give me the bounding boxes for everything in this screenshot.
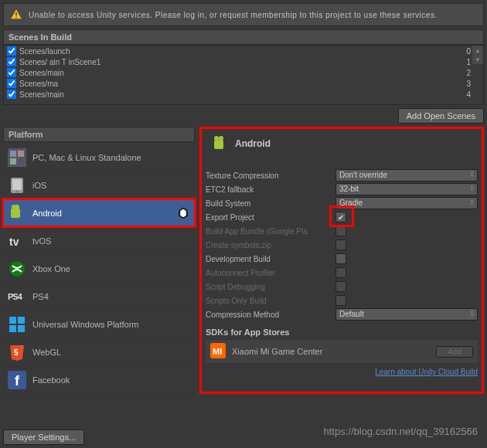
- svg-text:5: 5: [14, 348, 19, 357]
- add-open-scenes-button[interactable]: Add Open Scenes: [398, 108, 484, 124]
- svg-rect-2: [15, 17, 16, 18]
- texture-compression-dropdown[interactable]: Don't override: [335, 169, 478, 182]
- svg-rect-26: [214, 140, 223, 149]
- sdks-header: SDKs for App Stores: [206, 328, 478, 337]
- svg-rect-19: [18, 317, 25, 324]
- svg-rect-18: [9, 317, 16, 324]
- standalone-icon: [8, 148, 26, 167]
- etc2-fallback-dropdown[interactable]: 32-bit: [335, 183, 478, 195]
- scroll-up-icon[interactable]: ▲: [472, 46, 483, 55]
- build-system-dropdown[interactable]: Gradle: [335, 197, 478, 209]
- development-build-checkbox[interactable]: [335, 253, 346, 264]
- settings-title: Android: [235, 138, 271, 149]
- warning-text: Unable to access Unity services. Please …: [29, 11, 438, 19]
- platform-item-webgl[interactable]: 5 WebGL: [3, 338, 195, 366]
- development-build-label: Development Build: [206, 255, 335, 263]
- player-settings-button[interactable]: Player Settings...: [3, 429, 84, 445]
- sdk-add-button[interactable]: Add: [436, 346, 473, 358]
- facebook-icon: f: [8, 371, 26, 389]
- scene-checkbox[interactable]: [7, 90, 16, 99]
- build-system-label: Build System: [206, 199, 335, 208]
- scenes-header: Scenes In Build: [3, 29, 484, 45]
- script-debugging-label: Script Debugging: [206, 283, 335, 291]
- platform-item-ios[interactable]: iOS: [3, 171, 195, 199]
- svg-rect-21: [18, 325, 25, 332]
- etc2-fallback-label: ETC2 fallback: [206, 185, 335, 194]
- platform-label: tvOS: [32, 236, 190, 246]
- svg-rect-5: [18, 151, 24, 157]
- svg-rect-10: [11, 209, 20, 218]
- export-project-checkbox[interactable]: ✔: [335, 212, 346, 222]
- platform-item-tvos[interactable]: tv tvOS: [3, 227, 195, 255]
- scene-name: Scenes/main: [19, 69, 466, 77]
- scene-checkbox[interactable]: [7, 68, 16, 77]
- platform-label: PS4: [32, 292, 190, 301]
- svg-rect-4: [10, 151, 16, 157]
- scripts-only-label: Scripts Only Build: [206, 297, 335, 305]
- svg-point-9: [16, 191, 18, 192]
- warning-bar: Unable to access Unity services. Please …: [3, 3, 484, 26]
- platform-item-android[interactable]: Android: [3, 199, 195, 227]
- svg-point-12: [15, 205, 19, 209]
- cloud-build-link[interactable]: Learn about Unity Cloud Build: [206, 368, 478, 376]
- svg-rect-8: [12, 179, 22, 190]
- platform-header: Platform: [3, 127, 195, 142]
- autoconnect-profiler-label: Autoconnect Profiler: [206, 269, 335, 277]
- warning-icon: [10, 8, 22, 21]
- scene-checkbox[interactable]: [7, 46, 16, 56]
- scene-row[interactable]: Scenes/ma 3: [4, 78, 483, 89]
- scripts-only-checkbox: [335, 295, 346, 306]
- android-icon: [210, 134, 229, 153]
- build-app-bundle-label: Build App Bundle (Google Pla: [206, 227, 335, 236]
- autoconnect-profiler-checkbox: [335, 267, 346, 278]
- unity-icon: [176, 206, 190, 220]
- svg-point-16: [9, 261, 25, 277]
- create-symbols-label: Create symbols.zip: [206, 241, 335, 249]
- windows-icon: [8, 315, 26, 334]
- webgl-icon: 5: [8, 343, 26, 361]
- compression-method-label: Compression Method: [206, 311, 335, 319]
- scenes-list: Scenes/launch 0 Scenes/ ain T inScene1 1…: [3, 45, 484, 105]
- build-app-bundle-checkbox: [335, 226, 346, 236]
- scene-row[interactable]: Scenes/ ain T inScene1 1: [4, 56, 483, 67]
- scene-name: Scenes/ ain T inScene1: [19, 58, 466, 66]
- platform-label: Xbox One: [32, 264, 190, 273]
- scene-checkbox[interactable]: [7, 79, 16, 88]
- svg-text:MI: MI: [213, 347, 222, 356]
- svg-point-27: [214, 136, 219, 141]
- scene-row[interactable]: Scenes/main 2: [4, 67, 483, 78]
- platform-item-uwp[interactable]: Universal Windows Platform: [3, 311, 195, 338]
- scene-name: Scenes/ma: [19, 80, 466, 88]
- scenes-scrollbar[interactable]: ▲ ▼: [472, 46, 483, 104]
- svg-rect-1: [15, 12, 16, 15]
- export-project-label: Export Project: [206, 213, 335, 222]
- platform-item-facebook[interactable]: f Facebook: [3, 366, 195, 394]
- scroll-down-icon[interactable]: ▼: [472, 55, 483, 64]
- platform-item-xboxone[interactable]: Xbox One: [3, 255, 195, 283]
- platform-label: iOS: [32, 181, 190, 190]
- platform-label: Android: [32, 209, 170, 218]
- texture-compression-label: Texture Compression: [206, 171, 335, 180]
- ps4-icon: PS4: [8, 287, 26, 306]
- platform-label: PC, Mac & Linux Standalone: [32, 153, 190, 162]
- ios-icon: [8, 176, 26, 195]
- platform-list: Platform PC, Mac & Linux Standalone iOS …: [3, 127, 195, 394]
- sdk-row: MI Xiaomi Mi Game Center Add: [206, 340, 478, 363]
- platform-label: Facebook: [32, 375, 190, 385]
- sdk-name: Xiaomi Mi Game Center: [232, 347, 430, 356]
- xiaomi-icon: MI: [210, 343, 226, 360]
- svg-text:PS4: PS4: [8, 292, 23, 301]
- script-debugging-checkbox: [335, 281, 346, 292]
- settings-panel: Android Texture Compression Don't overri…: [199, 127, 484, 394]
- svg-text:tv: tv: [9, 236, 19, 248]
- scene-name: Scenes/main: [19, 90, 466, 99]
- compression-method-dropdown[interactable]: Default: [335, 308, 478, 321]
- scene-row[interactable]: Scenes/launch 0: [4, 46, 483, 56]
- scene-checkbox[interactable]: [7, 57, 16, 66]
- xbox-icon: [8, 260, 26, 278]
- platform-item-standalone[interactable]: PC, Mac & Linux Standalone: [3, 144, 195, 171]
- scene-row[interactable]: Scenes/main 4: [4, 89, 483, 100]
- platform-item-ps4[interactable]: PS4 PS4: [3, 283, 195, 311]
- tvos-icon: tv: [8, 232, 26, 250]
- svg-marker-14: [180, 209, 186, 217]
